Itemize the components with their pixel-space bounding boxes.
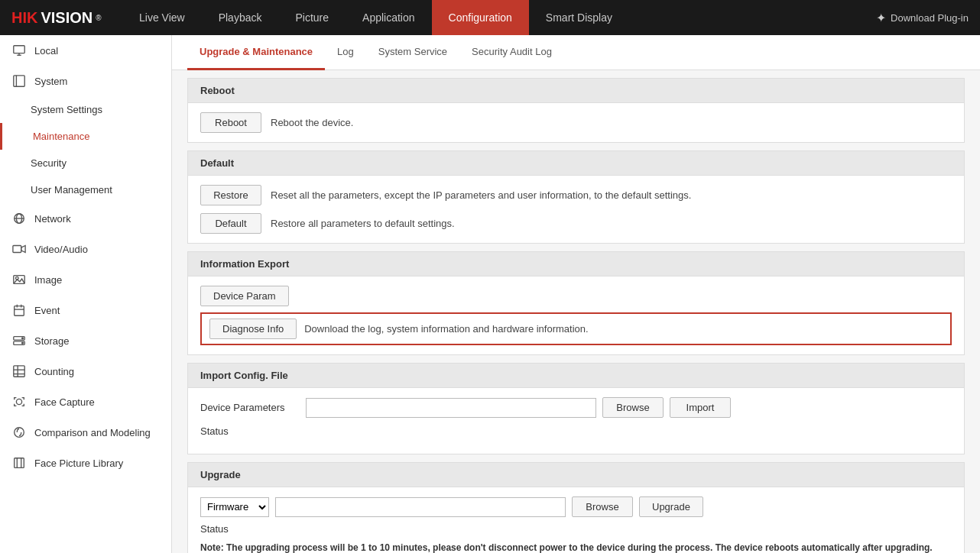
network-icon	[11, 211, 27, 226]
upgrade-file-input[interactable]	[275, 497, 566, 517]
upgrade-status-label: Status	[200, 523, 300, 535]
sidebar-item-user-management[interactable]: User Management	[0, 176, 171, 203]
brand-reg: ®	[96, 14, 101, 22]
device-parameters-row: Device Parameters Browse Import	[200, 397, 952, 418]
upgrade-note: Note: The upgrading process will be 1 to…	[200, 542, 952, 553]
svg-rect-20	[14, 366, 24, 377]
content-body: Reboot Reboot Reboot the device. Default…	[172, 70, 980, 553]
svg-rect-0	[14, 46, 24, 53]
brand-logo: HIKVISION®	[0, 9, 122, 27]
svg-rect-8	[13, 246, 21, 253]
tab-security-audit-log[interactable]: Security Audit Log	[459, 35, 564, 70]
nav-picture[interactable]: Picture	[278, 0, 346, 35]
sidebar-item-system[interactable]: System	[0, 66, 171, 96]
sidebar-label-image: Image	[34, 274, 62, 286]
sidebar-item-video-audio[interactable]: Video/Audio	[0, 234, 171, 264]
sidebar-label-storage: Storage	[34, 335, 70, 347]
content-area: Upgrade & Maintenance Log System Service…	[172, 35, 980, 553]
sidebar-label-security: Security	[31, 157, 67, 169]
tab-log[interactable]: Log	[325, 35, 366, 70]
svg-point-24	[16, 399, 21, 404]
sidebar-label-maintenance: Maintenance	[33, 131, 89, 142]
main-layout: Local System System Settings Maintenance…	[0, 35, 980, 553]
storage-icon	[11, 333, 27, 348]
nav-live-view[interactable]: Live View	[122, 0, 202, 35]
top-navigation: HIKVISION® Live View Playback Picture Ap…	[0, 0, 980, 35]
tab-bar: Upgrade & Maintenance Log System Service…	[172, 35, 980, 70]
sidebar-item-security[interactable]: Security	[0, 150, 171, 176]
nav-application[interactable]: Application	[346, 0, 432, 35]
library-icon	[11, 455, 27, 471]
download-plugin-area[interactable]: ✦ Download Plug-in	[865, 11, 980, 25]
section-header-default: Default	[187, 150, 965, 176]
sidebar-item-comparison-modeling[interactable]: Comparison and Modeling	[0, 417, 171, 448]
sidebar: Local System System Settings Maintenance…	[0, 35, 172, 553]
browse-import-button[interactable]: Browse	[602, 397, 664, 418]
import-button[interactable]: Import	[670, 397, 731, 418]
download-plugin-label: Download Plug-in	[891, 12, 969, 24]
firmware-select[interactable]: Firmware	[200, 497, 269, 517]
nav-configuration[interactable]: Configuration	[432, 0, 529, 35]
sidebar-label-system: System	[34, 76, 67, 87]
sidebar-label-event: Event	[34, 305, 60, 316]
section-import-config: Import Config. File Device Parameters Br…	[187, 363, 965, 454]
section-body-import-config: Device Parameters Browse Import Status	[187, 388, 965, 454]
default-description: Restore all parameters to default settin…	[271, 218, 455, 229]
image-icon	[11, 272, 27, 287]
default-button[interactable]: Default	[200, 213, 261, 234]
reboot-description: Reboot the device.	[271, 117, 353, 128]
sidebar-item-image[interactable]: Image	[0, 264, 171, 295]
device-parameters-input[interactable]	[306, 398, 596, 418]
plug-icon: ✦	[876, 11, 886, 25]
sidebar-label-counting: Counting	[34, 366, 74, 377]
section-upgrade: Upgrade Firmware Browse Upgrade Status N…	[187, 462, 965, 553]
sidebar-item-system-settings[interactable]: System Settings	[0, 96, 171, 123]
section-body-info-export: Device Param Diagnose Info Download the …	[187, 276, 965, 355]
svg-point-18	[22, 338, 24, 339]
svg-rect-3	[14, 76, 24, 86]
section-header-import-config: Import Config. File	[187, 363, 965, 388]
sidebar-item-storage[interactable]: Storage	[0, 325, 171, 356]
nav-playback[interactable]: Playback	[202, 0, 279, 35]
sidebar-item-face-picture-library[interactable]: Face Picture Library	[0, 448, 171, 478]
tab-system-service[interactable]: System Service	[366, 35, 459, 70]
import-status-label: Status	[200, 425, 300, 437]
device-param-button[interactable]: Device Param	[200, 286, 289, 306]
video-icon	[11, 241, 27, 257]
svg-marker-9	[21, 246, 25, 253]
default-row: Default Restore all parameters to defaul…	[200, 213, 952, 234]
system-icon	[11, 73, 27, 89]
section-reboot: Reboot Reboot Reboot the device.	[187, 78, 965, 143]
sidebar-item-network[interactable]: Network	[0, 203, 171, 234]
counting-icon	[11, 364, 27, 379]
nav-items: Live View Playback Picture Application C…	[122, 0, 865, 35]
sidebar-item-event[interactable]: Event	[0, 295, 171, 325]
section-header-upgrade: Upgrade	[187, 462, 965, 487]
upgrade-button[interactable]: Upgrade	[639, 496, 703, 517]
sidebar-label-face-capture: Face Capture	[34, 396, 95, 408]
svg-rect-26	[15, 458, 24, 468]
sidebar-item-maintenance[interactable]: Maintenance	[0, 123, 171, 150]
section-body-upgrade: Firmware Browse Upgrade Status Note: The…	[187, 487, 965, 553]
sidebar-item-face-capture[interactable]: Face Capture	[0, 386, 171, 417]
section-body-reboot: Reboot Reboot the device.	[187, 103, 965, 143]
section-body-default: Restore Reset all the parameters, except…	[187, 176, 965, 244]
svg-rect-12	[15, 306, 24, 316]
import-status-row: Status	[200, 425, 952, 437]
sidebar-label-user-management: User Management	[31, 184, 112, 196]
monitor-icon	[11, 43, 27, 58]
nav-smart-display[interactable]: Smart Display	[529, 0, 629, 35]
brand-hik: HIK	[11, 9, 37, 27]
comparison-icon	[11, 425, 27, 440]
reboot-button[interactable]: Reboot	[200, 112, 261, 133]
diagnose-button[interactable]: Diagnose Info	[209, 319, 297, 339]
tab-upgrade-maintenance[interactable]: Upgrade & Maintenance	[187, 35, 325, 70]
section-default: Default Restore Reset all the parameters…	[187, 150, 965, 244]
sidebar-item-local[interactable]: Local	[0, 35, 171, 66]
restore-description: Reset all the parameters, except the IP …	[271, 189, 691, 201]
section-header-reboot: Reboot	[187, 78, 965, 103]
device-param-row: Device Param	[200, 286, 952, 306]
restore-button[interactable]: Restore	[200, 185, 261, 205]
sidebar-item-counting[interactable]: Counting	[0, 356, 171, 386]
browse-upgrade-button[interactable]: Browse	[572, 496, 633, 517]
